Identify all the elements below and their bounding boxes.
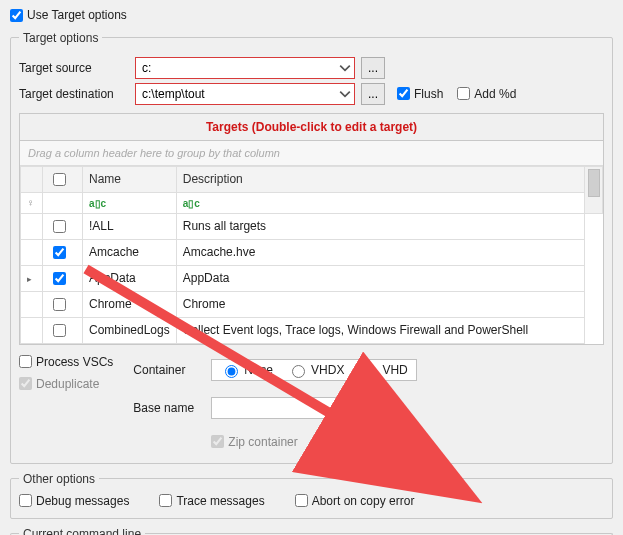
table-row[interactable]: CombinedLogs Collect Event logs, Trace l… [21,317,603,343]
row-description: Runs all targets [176,213,584,239]
row-description: Amcache.hve [176,239,584,265]
filter-icon[interactable]: a▯c [89,198,106,209]
target-dest-input[interactable] [136,84,354,104]
radio-label: VHDX [311,363,344,377]
debug-messages-checkbox[interactable]: Debug messages [19,494,129,508]
use-target-options-label: Use Target options [27,8,127,22]
target-source-label: Target source [19,61,129,75]
row-name: Amcache [83,239,177,265]
debug-label: Debug messages [36,494,129,508]
command-line-group: Current command line [10,527,613,536]
target-dest-browse-button[interactable]: ... [361,83,385,105]
table-row[interactable]: !ALL Runs all targets [21,213,603,239]
radio-label: None [244,363,273,377]
container-label: Container [133,363,205,377]
deduplicate-checkbox: Deduplicate [19,377,113,391]
row-name: !ALL [83,213,177,239]
target-source-browse-button[interactable]: ... [361,57,385,79]
filter-handle[interactable]: ♀ [21,192,43,213]
ellipsis-label: ... [368,61,378,75]
targets-grid[interactable]: Drag a column header here to group by th… [19,140,604,345]
table-row[interactable]: Amcache Amcache.hve [21,239,603,265]
target-source-input[interactable] [136,58,354,78]
row-description: AppData [176,265,584,291]
zip-container-label: Zip container [228,435,297,449]
add-pd-checkbox[interactable]: Add %d [457,87,516,101]
zip-container-checkbox: Zip container [211,435,297,449]
other-options-legend: Other options [19,472,99,486]
row-checkbox[interactable] [53,246,66,259]
row-description: Chrome [176,291,584,317]
filter-icon[interactable]: a▯c [183,198,200,209]
target-source-combo[interactable] [135,57,355,79]
targets-title: Targets (Double-click to edit a target) [19,113,604,140]
process-vscs-checkbox[interactable]: Process VSCs [19,355,113,369]
row-checkbox[interactable] [53,272,66,285]
row-checkbox[interactable] [53,324,66,337]
process-vscs-label: Process VSCs [36,355,113,369]
radio-label: VHD [382,363,407,377]
other-options-group: Other options Debug messages Trace messa… [10,472,613,519]
base-name-label: Base name [133,401,205,415]
container-none-radio[interactable]: None [220,362,273,378]
check-all-checkbox[interactable] [53,173,66,186]
grid-col-name[interactable]: Name [83,166,177,192]
grid-scrollbar[interactable] [585,166,603,213]
row-name: CombinedLogs [83,317,177,343]
row-checkbox[interactable] [53,298,66,311]
abort-label: Abort on copy error [312,494,415,508]
use-target-options-checkbox[interactable]: Use Target options [10,8,127,22]
deduplicate-label: Deduplicate [36,377,99,391]
row-name: Chrome [83,291,177,317]
ellipsis-label: ... [368,87,378,101]
trace-messages-checkbox[interactable]: Trace messages [159,494,264,508]
flush-label: Flush [414,87,443,101]
grid-col-handle [21,166,43,192]
row-indicator-icon: ▸ [27,274,32,284]
flush-checkbox[interactable]: Flush [397,87,443,101]
container-vhd-radio[interactable]: VHD [358,362,407,378]
container-radio-group[interactable]: None VHDX VHD [211,359,416,381]
table-row[interactable]: Chrome Chrome [21,291,603,317]
row-name: AppData [83,265,177,291]
abort-on-error-checkbox[interactable]: Abort on copy error [295,494,415,508]
container-vhdx-radio[interactable]: VHDX [287,362,344,378]
row-checkbox[interactable] [53,220,66,233]
grid-col-checkall[interactable] [43,166,83,192]
target-dest-label: Target destination [19,87,129,101]
grid-col-description[interactable]: Description [176,166,584,192]
table-row[interactable]: ▸ AppData AppData [21,265,603,291]
add-pd-label: Add %d [474,87,516,101]
target-options-legend: Target options [19,31,102,45]
row-description: Collect Event logs, Trace logs, Windows … [176,317,584,343]
target-options-group: Target options Target source ... Target … [10,31,613,464]
base-name-input[interactable] [211,397,391,419]
trace-label: Trace messages [176,494,264,508]
group-by-hint[interactable]: Drag a column header here to group by th… [20,141,603,166]
target-dest-combo[interactable] [135,83,355,105]
command-line-legend: Current command line [19,527,145,536]
